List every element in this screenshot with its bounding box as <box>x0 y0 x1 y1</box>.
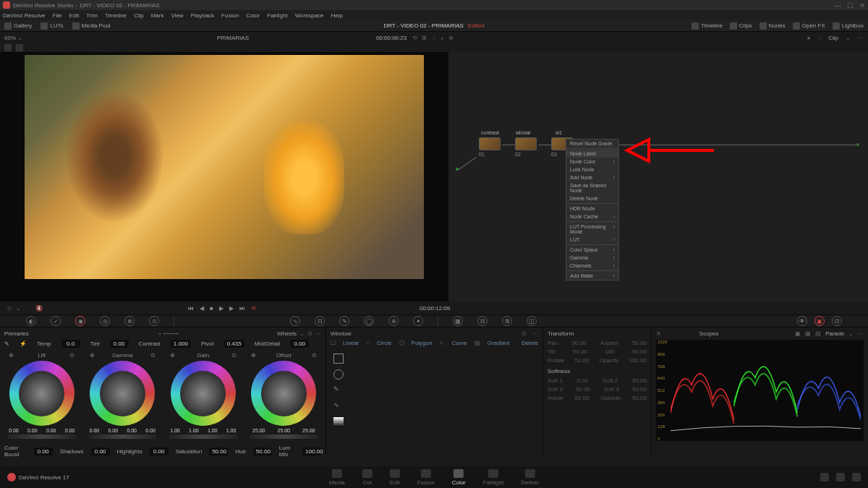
palette-sizing[interactable]: ⊞ <box>502 316 512 326</box>
scope-layout-icon[interactable]: ▣ <box>795 330 801 337</box>
node-1[interactable] <box>479 137 501 150</box>
wheels-mode[interactable]: Wheels <box>277 330 297 337</box>
auto-icon[interactable]: ⚡ <box>20 341 27 347</box>
menu-view[interactable]: View <box>171 12 183 19</box>
palette-rgb-mixer[interactable]: ⊗ <box>124 316 135 326</box>
picker-icon[interactable]: ✎ <box>4 341 9 347</box>
pivot-value[interactable]: 0.435 <box>224 340 244 348</box>
ctx-gamma[interactable]: Gamma <box>566 254 618 262</box>
ctx-node-label[interactable]: Node Label <box>566 150 618 158</box>
settings-icon[interactable] <box>836 473 845 481</box>
palette-curves[interactable]: ∿ <box>290 316 300 326</box>
page-fusion[interactable]: Fusion <box>417 469 435 486</box>
home-icon[interactable] <box>820 473 829 481</box>
shape-gradient[interactable] <box>333 417 344 427</box>
ctx-reset-node-grade[interactable]: Reset Node Grade <box>566 140 618 147</box>
menu-timeline[interactable]: Timeline <box>105 12 127 19</box>
palette-blur[interactable]: ▦ <box>453 316 463 326</box>
ctx-add-node[interactable]: Add Node <box>566 174 618 181</box>
color-wheel-offset[interactable] <box>251 361 316 426</box>
close-icon[interactable]: ✕ <box>859 1 865 9</box>
palette-window[interactable]: ◯ <box>364 316 374 326</box>
ctx-color-space[interactable]: Color Space <box>566 246 618 254</box>
clip-dropdown[interactable]: Clip <box>828 35 838 41</box>
temp-value[interactable]: 0.0 <box>61 340 80 348</box>
menu-workspace[interactable]: Workspace <box>295 12 324 19</box>
palette-hdr[interactable]: ◎ <box>100 316 110 326</box>
tab-polygon[interactable]: Polygon <box>412 340 433 346</box>
next-frame-icon[interactable]: ▶ <box>229 305 234 312</box>
palette-color-match[interactable]: ✓ <box>51 316 61 326</box>
colorboost-value[interactable]: 0.00 <box>34 448 53 455</box>
mediapool-toggle[interactable]: Media Pool <box>72 22 111 30</box>
menu-trim[interactable]: Trim <box>86 12 98 19</box>
page-cut[interactable]: Cut <box>362 469 373 486</box>
more-icon[interactable]: ⋯ <box>532 330 538 337</box>
ctx-channels[interactable]: Channels <box>566 262 618 270</box>
tab-curve[interactable]: Curve <box>451 340 467 346</box>
page-deliver[interactable]: Deliver <box>521 469 539 486</box>
maximize-icon[interactable]: ☐ <box>847 1 854 9</box>
palette-3d[interactable]: ◫ <box>527 316 537 326</box>
lightbox-toggle[interactable]: Lightbox <box>833 22 864 30</box>
palette-primaries[interactable]: ◉ <box>75 316 85 326</box>
menu-help[interactable]: Help <box>331 12 343 19</box>
node-output[interactable] <box>856 143 859 146</box>
scope-layout-icon[interactable]: ▤ <box>815 330 821 337</box>
menu-edit[interactable]: Edit <box>69 12 79 19</box>
ctx-delete-node[interactable]: Delete Node <box>566 194 618 202</box>
more-icon[interactable]: ⋯ <box>315 330 321 337</box>
menu-davinci-resolve[interactable]: DaVinci Resolve <box>3 12 46 19</box>
expand-icon[interactable]: ⊡ <box>832 316 842 326</box>
ctx-lock-node[interactable]: Lock Node <box>566 166 618 174</box>
tool-icon[interactable] <box>4 44 12 51</box>
page-edit[interactable]: Edit <box>390 469 400 486</box>
tab-circle[interactable]: Circle <box>377 340 391 346</box>
timeline-toggle[interactable]: Timeline <box>692 22 723 30</box>
zoom-level[interactable]: 60% <box>4 35 16 41</box>
nodes-toggle[interactable]: Nodes <box>760 22 786 30</box>
palette-warper[interactable]: ⊡ <box>315 316 325 326</box>
reset-icon[interactable]: ⊙ <box>307 330 312 337</box>
refresh-icon[interactable]: ⟲ <box>412 35 417 41</box>
cross-icon[interactable]: ⊕ <box>448 35 454 41</box>
ctx-add-matte[interactable]: Add Matte <box>566 272 618 280</box>
highlights-value[interactable]: 0.00 <box>150 448 169 455</box>
palette-tracking[interactable]: ⊕ <box>388 316 399 326</box>
lummix-value[interactable]: 100.00 <box>302 448 321 455</box>
ctx-node-color[interactable]: Node Color <box>566 158 618 166</box>
luts-toggle[interactable]: LUTs <box>41 22 63 30</box>
menu-playback[interactable]: Playback <box>191 12 214 19</box>
shape-rect[interactable] <box>333 354 344 364</box>
grid-icon[interactable]: ⊞ <box>422 35 427 41</box>
reset-icon[interactable]: ⊙ <box>522 330 527 337</box>
highlight-icon[interactable]: ▣ <box>814 316 825 326</box>
tab-gradient[interactable]: Gradient <box>488 340 510 346</box>
openfx-toggle[interactable]: Open FX <box>793 22 825 30</box>
prev-frame-icon[interactable]: ◀ <box>200 305 204 312</box>
more-icon[interactable]: ⋯ <box>858 330 864 337</box>
shape-circle[interactable] <box>333 369 344 380</box>
ymaster-lift[interactable] <box>7 435 77 439</box>
middetail-value[interactable]: 0.00 <box>290 340 309 348</box>
mute-icon[interactable]: 🔇 <box>35 305 43 312</box>
scope-layout-icon[interactable]: ▦ <box>805 330 811 337</box>
gallery-toggle[interactable]: Gallery <box>4 22 32 30</box>
eye-icon[interactable]: 👁 <box>797 316 807 326</box>
shape-curve[interactable]: ∿ <box>333 401 344 411</box>
clips-toggle[interactable]: Clips <box>730 22 752 30</box>
menu-fusion[interactable]: Fusion <box>221 12 239 19</box>
color-wheel-lift[interactable] <box>9 361 75 426</box>
menu-mark[interactable]: Mark <box>151 12 164 19</box>
palette-motion[interactable]: ⊙ <box>149 316 159 326</box>
hue-value[interactable]: 50.00 <box>253 448 272 455</box>
shadows-value[interactable]: 0.00 <box>91 448 110 455</box>
minimize-icon[interactable]: — <box>834 1 841 9</box>
palette-qualifier[interactable]: ✎ <box>339 316 349 326</box>
viewer-image[interactable] <box>25 55 424 279</box>
dots-icon[interactable]: ⋮ <box>431 35 437 41</box>
palette-magic[interactable]: ✦ <box>413 316 423 326</box>
ctx-lut[interactable]: LUT <box>566 236 618 244</box>
menu-fairlight[interactable]: Fairlight <box>267 12 287 19</box>
fullscreen-icon[interactable] <box>852 473 861 481</box>
